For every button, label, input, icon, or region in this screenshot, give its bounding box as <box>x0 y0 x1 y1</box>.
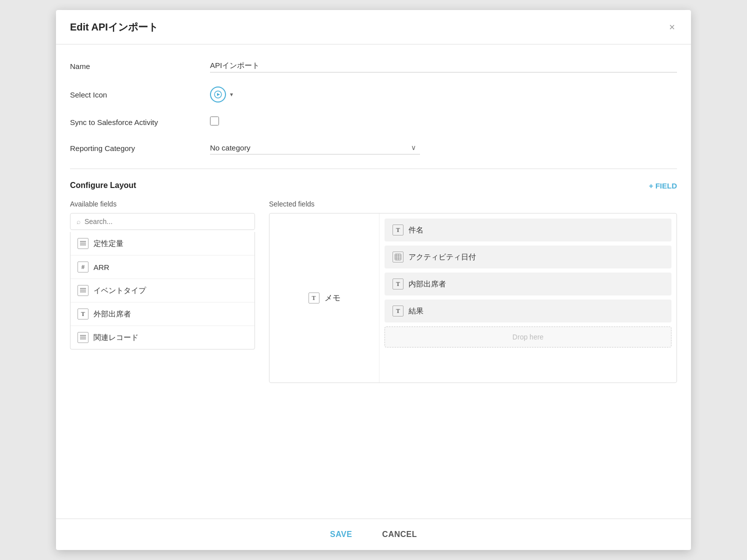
name-row: Name <box>70 60 677 72</box>
selected-field-card[interactable]: アクティビティ日付 <box>384 246 672 268</box>
search-box: ⌕ <box>70 213 255 230</box>
drop-here-zone[interactable]: Drop here <box>384 326 672 348</box>
svg-marker-1 <box>217 93 220 96</box>
field-name: 結果 <box>408 306 424 316</box>
svg-rect-9 <box>80 337 86 338</box>
name-control <box>210 60 677 72</box>
category-select[interactable]: No category Category 1 Category 2 <box>210 142 420 154</box>
reporting-row: Reporting Category No category Category … <box>70 142 677 154</box>
svg-rect-3 <box>80 243 86 244</box>
search-icon: ⌕ <box>76 218 80 226</box>
field-name: 件名 <box>408 226 424 235</box>
name-input[interactable] <box>210 60 677 72</box>
list-item[interactable]: イベントタイプ <box>70 279 254 302</box>
search-input[interactable] <box>84 218 248 226</box>
sync-control <box>210 116 677 128</box>
add-field-button[interactable]: + FIELD <box>649 182 677 190</box>
reporting-label: Reporting Category <box>70 144 210 152</box>
available-fields-label: Available fields <box>70 200 255 208</box>
select-icon-row: Select Icon ▾ <box>70 86 677 102</box>
modal-title: Edit APIインポート <box>70 20 158 34</box>
svg-rect-4 <box>80 244 86 246</box>
svg-rect-10 <box>80 338 86 340</box>
selected-icon <box>210 86 226 102</box>
field-type-icon <box>392 252 404 262</box>
field-type-icon: T <box>78 308 88 320</box>
svg-rect-6 <box>80 290 86 291</box>
selected-field-card[interactable]: T 件名 <box>384 218 672 242</box>
list-item[interactable]: 関連レコード <box>70 326 254 349</box>
svg-rect-2 <box>80 241 86 242</box>
list-item[interactable]: # ARR <box>70 256 254 279</box>
field-type-icon <box>78 285 88 296</box>
modal-footer: SAVE CANCEL <box>56 518 691 550</box>
field-name: 外部出席者 <box>94 310 131 319</box>
field-type-icon: T <box>392 224 404 236</box>
cancel-button[interactable]: CANCEL <box>382 530 417 539</box>
name-label: Name <box>70 62 210 70</box>
field-type-icon: T <box>308 292 320 304</box>
configure-header: Configure Layout + FIELD <box>70 181 677 190</box>
reporting-control: No category Category 1 Category 2 <box>210 142 677 154</box>
sync-label: Sync to Salesforce Activity <box>70 118 210 126</box>
selected-fields-label: Selected fields <box>269 200 677 208</box>
configure-title: Configure Layout <box>70 181 136 190</box>
layout-columns: Available fields ⌕ 定性定量 # ARR <box>70 200 677 383</box>
selected-field-card[interactable]: T 内部出席者 <box>384 272 672 296</box>
category-wrapper: No category Category 1 Category 2 <box>210 142 420 154</box>
field-type-icon <box>78 332 88 343</box>
save-button[interactable]: SAVE <box>330 530 352 539</box>
selected-right-panel: T 件名 アクティビティ日付 T 内部出席者 <box>380 214 676 382</box>
select-icon-label: Select Icon <box>70 90 210 99</box>
icon-selector[interactable]: ▾ <box>210 86 677 102</box>
icon-dropdown-arrow: ▾ <box>230 91 233 98</box>
selected-field-card[interactable]: T 結果 <box>384 300 672 322</box>
list-item[interactable]: T 外部出席者 <box>70 302 254 326</box>
left-field-item[interactable]: T メモ <box>308 292 340 304</box>
sync-row: Sync to Salesforce Activity <box>70 116 677 128</box>
selected-left-panel: T メモ <box>270 214 380 382</box>
field-type-icon <box>78 238 88 249</box>
selected-area: T メモ T 件名 アク <box>269 213 677 383</box>
modal-header: Edit APIインポート × <box>56 10 691 44</box>
available-fields-column: Available fields ⌕ 定性定量 # ARR <box>70 200 255 383</box>
available-fields-list: 定性定量 # ARR イベントタイプ T 外部出席者 <box>70 232 255 350</box>
drop-here-label: Drop here <box>512 333 544 341</box>
svg-rect-8 <box>80 335 86 336</box>
add-field-label: + FIELD <box>649 182 677 190</box>
modal-body: Name Select Icon ▾ <box>56 44 691 518</box>
close-button[interactable]: × <box>667 20 677 34</box>
field-name: 内部出席者 <box>408 280 446 289</box>
list-item[interactable]: 定性定量 <box>70 232 254 256</box>
field-type-icon: # <box>78 262 88 272</box>
field-name: メモ <box>324 293 340 304</box>
selected-fields-column: Selected fields T メモ T 件名 <box>269 200 677 383</box>
svg-rect-5 <box>80 288 86 289</box>
sync-checkbox[interactable] <box>210 116 219 126</box>
field-name: 関連レコード <box>94 333 138 342</box>
field-type-icon: T <box>392 278 404 290</box>
field-type-icon: T <box>392 306 404 316</box>
field-name: イベントタイプ <box>94 286 146 296</box>
section-divider <box>70 168 677 169</box>
field-name: 定性定量 <box>94 239 124 248</box>
icon-control: ▾ <box>210 86 677 102</box>
field-name: ARR <box>94 263 110 272</box>
svg-rect-7 <box>80 292 86 292</box>
field-name: アクティビティ日付 <box>408 252 476 262</box>
edit-modal: Edit APIインポート × Name Select Icon <box>56 10 691 550</box>
